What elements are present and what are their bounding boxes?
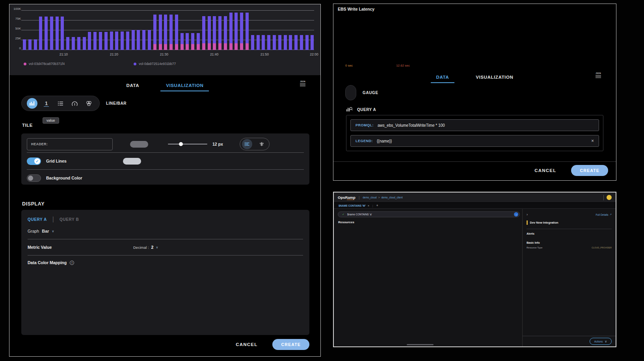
grid-lines-color-swatch[interactable] (123, 158, 141, 165)
color-mapping-label: Data Color Mapping (28, 260, 67, 265)
bar-segment-pink (240, 43, 243, 50)
bar-segment-purple (208, 16, 211, 43)
value-chip[interactable]: value (43, 117, 59, 124)
json-icon[interactable]: JSON (299, 81, 306, 86)
chevron-down-icon[interactable]: ∨ (156, 246, 158, 249)
query-b-tab[interactable]: QUERY B (60, 217, 79, 222)
cancel-button[interactable]: CANCEL (534, 168, 556, 173)
bar (186, 33, 189, 50)
resources-main-area: ✓ $name CONTAINS 'a' → Resources (334, 209, 522, 346)
actions-button[interactable]: Actions ∨ (590, 338, 612, 345)
bar (153, 15, 156, 50)
bar (104, 32, 108, 50)
full-details-link[interactable]: Full Details ↗ (596, 213, 612, 216)
bar (246, 13, 249, 50)
avatar[interactable] (607, 195, 612, 200)
bar-segment-purple (191, 33, 194, 44)
bar-segment-purple (197, 33, 200, 44)
create-button[interactable]: CREATE (571, 165, 608, 176)
chart-legend: vol-03d478ca870b371f4vol-0da972514e931bb… (24, 62, 176, 66)
bar (50, 17, 53, 50)
horizontal-scrollbar[interactable] (407, 344, 434, 345)
x-axis-tick-label: 22:00 (310, 52, 318, 56)
bar (218, 16, 221, 50)
opsramp-logo[interactable]: OpsRamp (338, 195, 356, 200)
bar-segment-purple (50, 17, 53, 50)
breadcrumb-child[interactable]: demo_cloud_client (381, 196, 402, 199)
bar-chart-icon[interactable] (27, 98, 37, 109)
bar (257, 35, 260, 50)
bar-segment-pink (186, 44, 189, 50)
bar (284, 35, 287, 50)
decimal-value[interactable]: 2 (151, 245, 154, 250)
decimal-label: Decimal : (133, 245, 149, 250)
close-icon[interactable]: × (368, 204, 369, 207)
list-icon[interactable] (55, 98, 66, 109)
bar-segment-purple (186, 33, 189, 44)
filter-query-text: $name CONTAINS 'a' (347, 213, 372, 216)
tab-data[interactable]: DATA (121, 83, 145, 91)
info-icon[interactable]: ! (70, 261, 74, 265)
query-a-tab[interactable]: QUERY A (28, 217, 47, 222)
bar (181, 33, 184, 50)
bar-segment-purple (34, 39, 37, 50)
basic-info-heading: Basic Info (527, 241, 612, 244)
tab-visualization[interactable]: VISUALIZATION (160, 83, 209, 91)
venn-icon[interactable] (84, 98, 94, 109)
align-left-icon[interactable] (242, 139, 252, 149)
grid-lines-toggle[interactable]: ✓ (27, 157, 41, 165)
bar-segment-pink (224, 43, 227, 50)
bar-segment-purple (110, 31, 113, 50)
bar (66, 37, 69, 50)
run-filter-button[interactable]: → (514, 212, 518, 217)
graph-label: Graph (28, 229, 39, 233)
legend-input[interactable]: LEGEND: {{name}} × (350, 135, 599, 147)
breadcrumb-parent[interactable]: demo_cloud (363, 196, 376, 199)
add-tab-button[interactable]: + (376, 204, 378, 207)
background-color-toggle[interactable] (27, 174, 41, 182)
bar-segment-purple (202, 16, 205, 43)
bar (142, 30, 145, 50)
chevron-down-icon[interactable]: ∨ (52, 230, 54, 233)
bar-segment-purple (164, 15, 167, 44)
slider-knob[interactable] (179, 142, 183, 146)
bar-segment-pink (164, 44, 167, 50)
bar-segment-pink (229, 43, 233, 50)
font-size-slider[interactable] (168, 144, 207, 144)
tab-data[interactable]: DATA (431, 75, 455, 83)
bar-segment-purple (28, 39, 32, 50)
header-color-swatch[interactable] (130, 141, 148, 148)
json-icon[interactable]: JSON (595, 72, 602, 78)
bar (235, 13, 238, 50)
bar (229, 13, 233, 50)
bar (224, 16, 227, 50)
chart-type-selector (345, 85, 356, 100)
close-icon[interactable]: × (591, 138, 594, 144)
gauge-icon[interactable] (69, 98, 80, 109)
bar-segment-purple (294, 35, 298, 50)
bar-segment-pink (159, 44, 162, 50)
header-input[interactable]: HEADER: (27, 138, 113, 150)
tab-visualization[interactable]: VISUALIZATION (470, 75, 519, 82)
align-center-icon[interactable] (257, 139, 267, 149)
resource-title: Dev New Integration (527, 220, 612, 225)
single-value-icon[interactable]: 1 (41, 98, 52, 109)
bar-segment-pink (181, 44, 184, 50)
graph-value[interactable]: Bar (42, 229, 49, 233)
promql-input[interactable]: PROMQL: aws_ebs_VolumeTotalWriteTime * 1… (350, 119, 599, 131)
collapse-panel-icon[interactable]: › (527, 213, 528, 217)
bar (137, 30, 140, 50)
metric-value-label: Metric Value (28, 245, 52, 250)
resource-filter-bar[interactable]: ✓ $name CONTAINS 'a' → (338, 211, 520, 217)
bar-segment-purple (169, 15, 173, 44)
cancel-button[interactable]: CANCEL (236, 342, 257, 347)
grid-lines-label: Grid Lines (46, 159, 67, 163)
bar-segment-purple (77, 37, 80, 50)
bar (251, 35, 254, 50)
resources-heading: Resources (338, 220, 520, 224)
query-editor: PROMQL: aws_ebs_VolumeTotalWriteTime * 1… (346, 115, 603, 151)
create-button[interactable]: CREATE (272, 339, 309, 350)
bar-segment-purple (132, 30, 135, 50)
bar (83, 37, 86, 50)
saved-query-tab[interactable]: $NAME CONTAINS 'W' × (339, 204, 369, 207)
